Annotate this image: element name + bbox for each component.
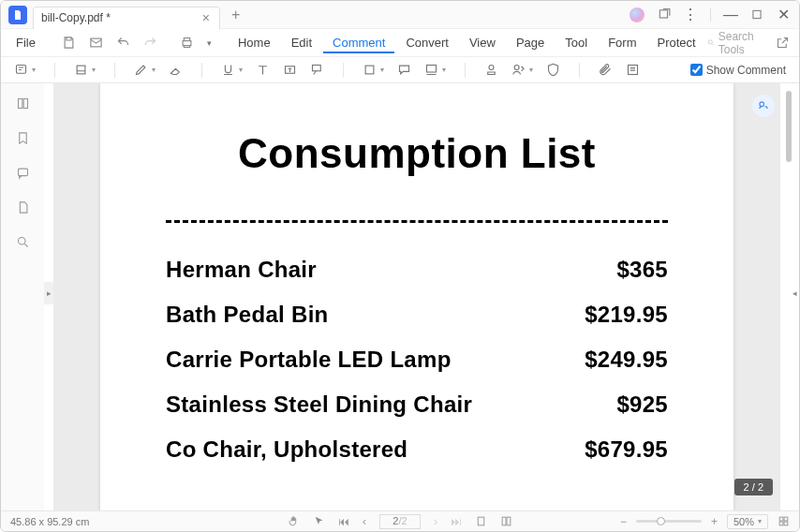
fit-width-icon[interactable] (500, 515, 512, 527)
more-menu-icon[interactable]: ⋮ (684, 8, 697, 22)
item-name: Bath Pedal Bin (166, 302, 329, 328)
zoom-slider[interactable] (636, 520, 702, 523)
print-dropdown-icon[interactable]: ▾ (201, 35, 217, 52)
minimize-icon[interactable]: — (724, 8, 737, 22)
text-tool[interactable] (256, 63, 270, 77)
menu-protect[interactable]: Protect (647, 32, 704, 53)
callout-tool[interactable] (310, 63, 324, 77)
add-tab-button[interactable]: + (231, 7, 240, 23)
highlight-tool[interactable] (74, 63, 96, 77)
external-window-icon[interactable] (658, 8, 671, 22)
svg-rect-24 (779, 522, 783, 525)
page-indicator-badge: 2 / 2 (734, 479, 773, 495)
file-menu[interactable]: File (7, 36, 45, 50)
next-page-icon[interactable]: › (434, 515, 437, 528)
svg-rect-16 (18, 169, 27, 176)
list-item: Carrie Portable LED Lamp$249.95 (166, 347, 668, 373)
svg-rect-9 (365, 66, 374, 74)
select-tool-icon[interactable] (313, 515, 325, 527)
svg-point-4 (708, 40, 712, 44)
svg-rect-15 (23, 99, 27, 109)
divider (166, 220, 668, 223)
titlebar: bill-Copy.pdf * × + ⋮ — ✕ (1, 1, 799, 29)
search-panel-icon[interactable] (16, 235, 30, 249)
list-item: Stainless Steel Dining Chair$925 (166, 392, 668, 418)
close-window-icon[interactable]: ✕ (777, 8, 790, 22)
mail-icon[interactable] (83, 32, 109, 53)
fullscreen-icon[interactable] (778, 515, 790, 527)
share-link-icon[interactable] (776, 36, 790, 50)
comment-list-tool[interactable] (626, 63, 640, 77)
hand-tool-icon[interactable] (288, 515, 300, 527)
svg-rect-20 (502, 517, 506, 525)
item-price: $679.95 (585, 436, 668, 463)
svg-point-11 (489, 66, 494, 70)
list-item: Herman Chair$365 (166, 257, 668, 283)
svg-rect-23 (784, 517, 788, 521)
menu-form[interactable]: Form (599, 32, 645, 53)
page-number-input[interactable]: 2/2 (379, 514, 421, 529)
list-item: Co Chair, Upholstered$679.95 (166, 436, 668, 463)
zoom-select[interactable]: 50% ▾ (727, 514, 768, 529)
tab-title: bill-Copy.pdf * (41, 11, 111, 24)
fit-page-icon[interactable] (475, 515, 487, 527)
document-tab[interactable]: bill-Copy.pdf * × (33, 7, 220, 29)
thumbnails-icon[interactable] (16, 96, 30, 111)
menu-home[interactable]: Home (229, 32, 280, 53)
undo-icon[interactable] (111, 32, 136, 53)
signature-tool[interactable] (511, 63, 533, 77)
search-tools-input[interactable]: Search Tools (707, 30, 759, 56)
menu-comment[interactable]: Comment (323, 32, 394, 53)
menu-view[interactable]: View (460, 32, 505, 53)
menubar: File ▾ Home Edit Comment Convert View Pa… (1, 29, 799, 57)
first-page-icon[interactable]: ⏮ (338, 515, 349, 528)
item-name: Co Chair, Upholstered (166, 436, 407, 463)
zoom-out-icon[interactable]: − (620, 515, 627, 528)
print-icon[interactable] (174, 32, 200, 53)
svg-rect-14 (18, 99, 22, 109)
app-icon (8, 6, 27, 24)
attachment-tool[interactable] (599, 63, 613, 77)
document-viewport[interactable]: Consumption List Herman Chair$365Bath Pe… (53, 83, 780, 510)
list-item: Bath Pedal Bin$219.95 (166, 302, 668, 328)
svg-rect-22 (779, 517, 783, 521)
textbox-tool[interactable] (283, 63, 297, 77)
menu-page[interactable]: Page (507, 32, 554, 53)
comments-panel-icon[interactable] (16, 166, 30, 180)
page-dimensions: 45.86 x 95.29 cm (10, 516, 89, 527)
note-tool[interactable] (14, 63, 36, 77)
last-page-icon[interactable]: ⏭ (451, 515, 462, 528)
menu-edit[interactable]: Edit (282, 32, 321, 53)
prev-page-icon[interactable]: ‹ (363, 515, 366, 528)
area-highlight-tool[interactable] (424, 63, 446, 77)
bookmark-icon[interactable] (16, 131, 30, 145)
ai-assistant-icon[interactable] (630, 7, 644, 22)
close-tab-icon[interactable]: × (202, 10, 210, 25)
menu-tool[interactable]: Tool (556, 32, 597, 53)
shape-tool[interactable] (363, 63, 384, 77)
svg-rect-13 (629, 66, 638, 75)
svg-rect-19 (478, 517, 484, 525)
scrollbar-thumb[interactable] (786, 91, 792, 162)
certify-tool[interactable] (546, 63, 560, 77)
menu-convert[interactable]: Convert (396, 32, 458, 53)
stamp-tool[interactable] (484, 63, 498, 77)
redo-icon[interactable] (138, 32, 163, 53)
attachments-panel-icon[interactable] (16, 200, 30, 214)
collapse-right-button[interactable]: ◂ (790, 282, 799, 304)
pencil-tool[interactable] (134, 63, 156, 77)
save-icon[interactable] (56, 32, 81, 53)
show-comment-checkbox[interactable] (690, 64, 703, 76)
svg-rect-3 (183, 41, 191, 46)
item-price: $249.95 (585, 347, 668, 373)
eraser-tool[interactable] (169, 63, 183, 77)
show-comment-toggle[interactable]: Show Comment (690, 64, 786, 77)
underline-tool[interactable] (221, 63, 243, 77)
svg-rect-5 (17, 66, 26, 74)
maximize-icon[interactable] (750, 8, 763, 22)
item-price: $219.95 (585, 302, 668, 328)
ai-copilot-badge[interactable] (752, 95, 775, 117)
speech-bubble-tool[interactable] (397, 63, 411, 77)
zoom-in-icon[interactable]: + (711, 515, 718, 528)
expand-sidebar-button[interactable]: ▸ (44, 282, 53, 304)
